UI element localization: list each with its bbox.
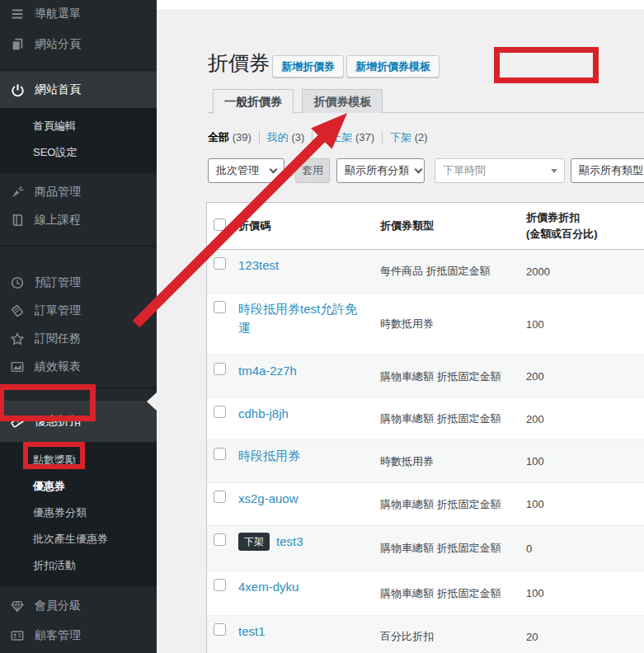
star-icon [9, 331, 26, 347]
tab-bar: 一般折價券 折價券模板 [208, 89, 644, 113]
courses-icon [9, 212, 26, 228]
table-row: 時段抵用券 時數抵用券 100 [207, 440, 644, 483]
triangle-down-icon [551, 169, 557, 173]
coupon-discount: 2000 [519, 250, 644, 293]
row-checkbox[interactable] [214, 623, 226, 636]
coupon-code-link[interactable]: test1 [238, 624, 266, 638]
view-mine[interactable]: 我的 (3) [260, 131, 313, 143]
apply-button[interactable]: 套用 [295, 158, 330, 183]
coupon-code-link[interactable]: 123test [238, 258, 279, 272]
sidebar-item-customers[interactable]: 顧客管理 [0, 621, 157, 650]
table-header-row: 折價碼 折價券類型 折價券折扣 (金額或百分比) [207, 203, 644, 250]
sidebar-item-discount-events[interactable]: 折扣活動 [0, 552, 157, 579]
coupon-code-link[interactable]: 時段抵用券 [238, 449, 300, 463]
sidebar-item-label: 績效報表 [35, 359, 81, 374]
table-row: 下架test3 購物車總額 折抵固定金額 0 [207, 526, 644, 571]
sidebar-item-social-support[interactable]: 社群客服 [0, 650, 157, 653]
row-checkbox[interactable] [214, 257, 226, 270]
sidebar-item-label: 優惠折扣 [35, 414, 81, 429]
sidebar-item-label: 預訂管理 [35, 275, 81, 290]
tab-coupon-templates[interactable]: 折價券模板 [302, 89, 383, 113]
row-checkbox[interactable] [214, 406, 226, 418]
tab-general-coupons[interactable]: 一般折價券 [213, 89, 294, 114]
sidebar-item-points-rewards[interactable]: 點數獎勵 [0, 447, 157, 473]
sidebar-item-label: 網站分頁 [35, 37, 81, 52]
sidebar-item-membership[interactable]: 會員分級 [0, 591, 157, 621]
select-all-checkbox[interactable] [214, 218, 226, 231]
category-filter-select[interactable]: 顯示所有分類 [336, 158, 425, 183]
bulk-action-select[interactable]: 批次管理 [208, 158, 284, 183]
discounts-submenu: 點數獎勵 優惠券 優惠券分類 批次產生優惠券 折扣活動 [0, 442, 157, 586]
column-header-type: 折價券類型 [374, 218, 519, 233]
row-checkbox[interactable] [214, 448, 226, 460]
current-menu-pointer-arrow [147, 392, 157, 411]
power-icon [9, 82, 26, 98]
customers-icon [9, 627, 26, 644]
sidebar-item-orders[interactable]: 訂單管理 [0, 297, 157, 325]
page-title: 折價券 [208, 48, 270, 78]
table-row: tm4a-2z7h 購物車總額 折抵固定金額 200 [207, 355, 644, 398]
view-all[interactable]: 全部 (39) [208, 131, 260, 143]
sidebar-item-seo-settings[interactable]: SEO設定 [0, 139, 157, 166]
row-checkbox[interactable] [214, 363, 226, 375]
sidebar-item-label: 商品管理 [35, 185, 81, 200]
coupon-discount: 100 [519, 294, 644, 355]
coupon-code-link[interactable]: test3 [276, 534, 303, 548]
coupon-code-link[interactable]: 時段抵用券test允許免運 [238, 302, 357, 335]
sidebar-item-label: 導航選單 [35, 7, 81, 21]
sidebar-item-label: 訂閱任務 [35, 331, 81, 346]
sidebar-item-coupon-categories[interactable]: 優惠券分類 [0, 500, 157, 526]
pages-icon [9, 36, 26, 53]
clock-icon [9, 275, 26, 291]
table-row: cdhb-j8jh 購物車總額 折抵固定金額 200 [207, 398, 644, 440]
sidebar-item-bookings[interactable]: 預訂管理 [0, 269, 157, 297]
admin-sidebar: 導航選單 網站分頁 網站首頁 首頁編輯 SEO設定 商品管理 線上課程 預訂 [0, 0, 157, 653]
sidebar-item-products[interactable]: 商品管理 [0, 178, 157, 206]
sidebar-item-site-home[interactable]: 網站首頁 [0, 72, 157, 108]
sidebar-item-discounts[interactable]: 優惠折扣 [0, 401, 157, 442]
list-toolbar: 批次管理 套用 顯示所有分類 下單時間 顯示所有類型 [208, 158, 644, 183]
table-row: 123test 每件商品 折抵固定金額 2000 [207, 250, 644, 294]
coupon-type: 每件商品 折抵固定金額 [374, 250, 519, 293]
coupon-type: 時數抵用券 [374, 294, 519, 355]
sidebar-item-reports[interactable]: 績效報表 [0, 353, 157, 381]
coupon-code-link[interactable]: tm4a-2z7h [238, 364, 297, 378]
order-date-filter-select[interactable]: 下單時間 [435, 158, 565, 183]
coupon-type: 購物車總額 折抵固定金額 [374, 571, 519, 615]
sidebar-item-label: 顧客管理 [35, 628, 81, 643]
coupon-code-link[interactable]: xs2g-auow [238, 491, 298, 505]
sidebar-item-courses[interactable]: 線上課程 [0, 206, 157, 234]
coupon-discount: 100 [519, 571, 644, 615]
sidebar-item-bulk-coupons[interactable]: 批次產生優惠券 [0, 526, 157, 552]
coupon-type: 時數抵用券 [374, 440, 519, 482]
sidebar-item-home-edit[interactable]: 首頁編輯 [0, 113, 157, 139]
row-checkbox[interactable] [214, 491, 226, 503]
sidebar-item-coupons[interactable]: 優惠券 [0, 473, 157, 500]
chart-icon [9, 359, 26, 375]
view-published[interactable]: 已上架 (37) [313, 131, 383, 143]
products-icon [9, 184, 26, 200]
coupon-type: 購物車總額 折抵固定金額 [374, 355, 519, 397]
sidebar-item-subscriptions[interactable]: 訂閱任務 [0, 325, 157, 353]
table-row: xs2g-auow 購物車總額 折抵固定金額 100 [207, 483, 644, 526]
row-checkbox[interactable] [214, 579, 226, 591]
coupon-type: 購物車總額 折抵固定金額 [374, 398, 519, 439]
diamond-icon [9, 598, 26, 614]
coupon-code-link[interactable]: cdhb-j8jh [238, 406, 289, 420]
main-content: 折價券 新增折價券 新增折價券模板 一般折價券 折價券模板 全部 (39)我的 … [157, 0, 644, 653]
column-header-code[interactable]: 折價碼 [232, 218, 374, 234]
view-unpublished[interactable]: 下架 (2) [383, 131, 435, 143]
sidebar-item-label: 網站首頁 [35, 82, 81, 97]
menu-icon [9, 6, 26, 22]
sidebar-item-label: 線上課程 [35, 213, 81, 228]
row-checkbox[interactable] [214, 301, 226, 313]
type-filter-select[interactable]: 顯示所有類型 [571, 158, 644, 183]
table-row: 時段抵用券test允許免運 時數抵用券 100 [207, 294, 644, 355]
top-white-bar [157, 0, 644, 11]
coupon-code-link[interactable]: 4xem-dyku [238, 580, 298, 594]
row-checkbox[interactable] [214, 533, 226, 546]
add-coupon-template-button[interactable]: 新增折價券模板 [346, 55, 440, 78]
sidebar-item-site-pages[interactable]: 網站分頁 [0, 28, 157, 61]
add-coupon-button[interactable]: 新增折價券 [272, 55, 344, 78]
sidebar-item-nav-menu[interactable]: 導航選單 [0, 0, 157, 28]
